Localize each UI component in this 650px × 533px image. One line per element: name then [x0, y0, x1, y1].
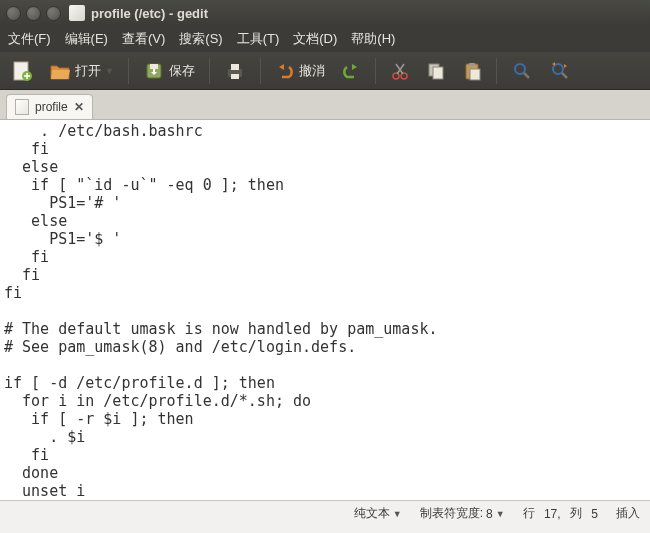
- separator: [375, 58, 376, 84]
- separator: [128, 58, 129, 84]
- tabbar: profile ✕: [0, 90, 650, 120]
- menu-search[interactable]: 搜索(S): [179, 30, 222, 48]
- new-document-button[interactable]: [6, 57, 38, 85]
- search-icon: [511, 60, 533, 82]
- scissors-icon: [390, 61, 410, 81]
- app-icon: [69, 5, 85, 21]
- open-button[interactable]: 打开 ▼: [44, 57, 119, 85]
- find-replace-icon: [549, 60, 571, 82]
- copy-button[interactable]: [421, 58, 451, 84]
- separator: [260, 58, 261, 84]
- svg-rect-3: [150, 64, 158, 69]
- statusbar: 纯文本 ▼ 制表符宽度: 8 ▼ 行 17, 列 5 插入: [0, 500, 650, 526]
- titlebar: profile (/etc) - gedit: [0, 0, 650, 26]
- printer-icon: [224, 60, 246, 82]
- menu-edit[interactable]: 编辑(E): [65, 30, 108, 48]
- folder-open-icon: [49, 60, 71, 82]
- menu-file[interactable]: 文件(F): [8, 30, 51, 48]
- open-label: 打开: [75, 62, 101, 80]
- redo-icon: [341, 61, 361, 81]
- undo-label: 撤消: [299, 62, 325, 80]
- tabwidth-label: 制表符宽度:: [420, 505, 483, 522]
- copy-icon: [426, 61, 446, 81]
- svg-point-14: [515, 64, 525, 74]
- paste-button[interactable]: [457, 58, 487, 84]
- maximize-window-button[interactable]: [46, 6, 61, 21]
- save-icon: [143, 60, 165, 82]
- menu-documents[interactable]: 文档(D): [293, 30, 337, 48]
- redo-button[interactable]: [336, 58, 366, 84]
- close-window-button[interactable]: [6, 6, 21, 21]
- separator: [496, 58, 497, 84]
- menubar: 文件(F) 编辑(E) 查看(V) 搜索(S) 工具(T) 文档(D) 帮助(H…: [0, 26, 650, 52]
- chevron-down-icon: ▼: [496, 509, 505, 519]
- menu-tools[interactable]: 工具(T): [237, 30, 280, 48]
- separator: [209, 58, 210, 84]
- tab-label: profile: [35, 100, 68, 114]
- text-editor[interactable]: . /etc/bash.bashrc fi else if [ "`id -u`…: [0, 120, 650, 500]
- svg-rect-10: [433, 67, 443, 79]
- save-label: 保存: [169, 62, 195, 80]
- tabwidth-value: 8: [486, 507, 493, 521]
- tab-profile[interactable]: profile ✕: [6, 94, 93, 119]
- paste-icon: [462, 61, 482, 81]
- new-document-icon: [11, 60, 33, 82]
- tabwidth-selector[interactable]: 制表符宽度: 8 ▼: [420, 505, 505, 522]
- save-button[interactable]: 保存: [138, 57, 200, 85]
- undo-icon: [275, 61, 295, 81]
- toolbar: 打开 ▼ 保存 撤消: [0, 52, 650, 90]
- svg-rect-12: [469, 63, 475, 66]
- undo-button[interactable]: 撤消: [270, 58, 330, 84]
- svg-rect-6: [231, 74, 239, 79]
- chevron-down-icon: ▼: [105, 66, 114, 76]
- window-controls: [6, 6, 61, 21]
- document-icon: [15, 99, 29, 115]
- minimize-window-button[interactable]: [26, 6, 41, 21]
- find-button[interactable]: [506, 57, 538, 85]
- editor-content: . /etc/bash.bashrc fi else if [ "`id -u`…: [4, 122, 646, 500]
- filetype-selector[interactable]: 纯文本 ▼: [354, 505, 402, 522]
- menu-view[interactable]: 查看(V): [122, 30, 165, 48]
- chevron-down-icon: ▼: [393, 509, 402, 519]
- close-tab-button[interactable]: ✕: [74, 100, 84, 114]
- find-replace-button[interactable]: [544, 57, 576, 85]
- svg-point-7: [393, 73, 399, 79]
- cut-button[interactable]: [385, 58, 415, 84]
- filetype-label: 纯文本: [354, 505, 390, 522]
- print-button[interactable]: [219, 57, 251, 85]
- svg-point-8: [401, 73, 407, 79]
- svg-rect-5: [231, 64, 239, 70]
- cursor-position: 行 17, 列 5: [523, 505, 598, 522]
- menu-help[interactable]: 帮助(H): [351, 30, 395, 48]
- insert-mode[interactable]: 插入: [616, 505, 640, 522]
- window-title: profile (/etc) - gedit: [91, 6, 208, 21]
- svg-rect-13: [470, 69, 480, 80]
